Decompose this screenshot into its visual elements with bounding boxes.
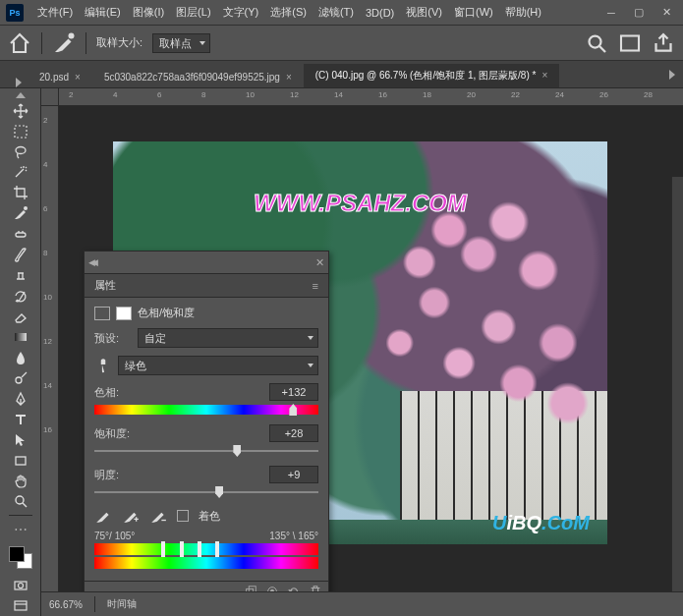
menu-filter[interactable]: 滤镜(T)	[313, 3, 360, 22]
channel-select[interactable]: 绿色	[118, 356, 318, 375]
tab-doc-3[interactable]: (C) 040.jpg @ 66.7% (色相/饱和度 1, 图层蒙版/8) *…	[304, 64, 560, 87]
menu-edit[interactable]: 编辑(E)	[79, 3, 127, 22]
svg-point-8	[16, 377, 22, 383]
hand-tool-icon[interactable]	[8, 472, 33, 491]
tab-doc-1[interactable]: 20.psd×	[28, 67, 92, 87]
blur-tool-icon[interactable]	[8, 348, 33, 367]
target-adjust-icon[interactable]	[94, 357, 112, 374]
lasso-tool-icon[interactable]	[8, 142, 33, 162]
panel-title: 属性	[94, 278, 116, 293]
tools-panel: ⋯	[0, 88, 41, 616]
move-tool-icon[interactable]	[8, 101, 33, 121]
tabs-overflow-icon[interactable]	[669, 70, 677, 80]
watermark-text: WWW.PSAHZ.COM	[254, 190, 467, 217]
edit-toolbar-icon[interactable]: ⋯	[8, 520, 33, 539]
home-icon[interactable]	[8, 31, 31, 55]
eyedropper-icon[interactable]	[94, 507, 112, 525]
svg-rect-3	[15, 126, 27, 138]
svg-point-0	[69, 32, 75, 38]
timeline-label[interactable]: 时间轴	[107, 597, 137, 611]
panel-close-icon[interactable]: ✕	[315, 256, 324, 269]
pen-tool-icon[interactable]	[8, 389, 33, 409]
mask-icon	[116, 307, 132, 320]
quick-mask-icon[interactable]	[8, 576, 33, 595]
watermark-text-2: UiBQ.CoM	[492, 512, 590, 534]
menu-window[interactable]: 窗口(W)	[448, 3, 499, 22]
color-range-strip-top[interactable]	[94, 543, 318, 555]
svg-point-4	[16, 146, 26, 153]
lightness-value[interactable]: +9	[269, 466, 318, 483]
saturation-slider[interactable]	[94, 446, 318, 456]
svg-rect-6	[16, 233, 26, 237]
ruler-horizontal: 2 4 6 8 10 12 14 16 18 20 22 24 26 28	[41, 88, 683, 106]
close-icon[interactable]: ×	[75, 72, 81, 83]
svg-point-5	[24, 206, 28, 210]
menu-help[interactable]: 帮助(H)	[499, 3, 547, 22]
eyedropper-tool-icon[interactable]	[8, 203, 33, 223]
svg-point-10	[16, 496, 24, 504]
svg-point-1	[590, 35, 601, 47]
eyedropper-tool-icon[interactable]	[52, 31, 76, 55]
healing-brush-tool-icon[interactable]	[8, 224, 33, 244]
close-icon[interactable]: ✕	[659, 6, 673, 20]
text-tool-icon[interactable]	[8, 410, 33, 429]
eyedropper-subtract-icon[interactable]	[149, 507, 167, 525]
menu-select[interactable]: 选择(S)	[264, 3, 313, 22]
share-icon[interactable]	[652, 31, 675, 55]
panel-collapse-icon[interactable]: ◀◀	[88, 257, 94, 267]
eyedropper-add-icon[interactable]	[122, 507, 140, 525]
document-tabs: 20.psd× 5c030a822c758aa3f6f09049ef99525.…	[0, 61, 683, 88]
rectangle-tool-icon[interactable]	[8, 451, 33, 471]
panel-menu-icon[interactable]: ≡	[313, 280, 318, 292]
svg-point-12	[18, 584, 23, 588]
adjustment-name: 色相/饱和度	[138, 306, 195, 320]
panel-collapsed-strip[interactable]	[671, 177, 683, 591]
svg-rect-2	[621, 35, 639, 50]
tools-collapse-icon[interactable]	[16, 92, 26, 98]
close-icon[interactable]: ×	[541, 70, 547, 81]
minimize-icon[interactable]: ─	[604, 6, 618, 20]
title-bar: Ps 文件(F) 编辑(E) 图像(I) 图层(L) 文字(Y) 选择(S) 滤…	[0, 0, 683, 26]
lightness-label: 明度:	[94, 468, 119, 482]
tab-doc-2[interactable]: 5c030a822c758aa3f6f09049ef99525.jpg×	[92, 67, 304, 87]
menu-type[interactable]: 文字(Y)	[217, 3, 265, 22]
tabs-expand-icon[interactable]	[16, 78, 24, 87]
menu-image[interactable]: 图像(I)	[127, 3, 170, 22]
sample-size-select[interactable]: 取样点	[152, 33, 210, 53]
dodge-tool-icon[interactable]	[8, 368, 33, 388]
saturation-value[interactable]: +28	[269, 424, 318, 442]
search-icon[interactable]	[585, 31, 608, 55]
maximize-icon[interactable]: ▢	[632, 6, 646, 20]
close-icon[interactable]: ×	[286, 72, 292, 83]
menu-3d[interactable]: 3D(D)	[360, 5, 400, 21]
gradient-tool-icon[interactable]	[8, 327, 33, 347]
menu-file[interactable]: 文件(F)	[31, 3, 79, 22]
zoom-tool-icon[interactable]	[8, 492, 33, 512]
lightness-slider[interactable]	[94, 487, 318, 497]
hue-slider[interactable]	[94, 405, 318, 415]
workspace-icon[interactable]	[618, 31, 642, 55]
colorize-checkbox[interactable]	[177, 510, 189, 522]
preset-select[interactable]: 自定	[138, 328, 318, 348]
svg-rect-7	[15, 333, 27, 341]
menu-view[interactable]: 视图(V)	[400, 3, 448, 22]
history-brush-tool-icon[interactable]	[8, 286, 33, 306]
svg-rect-13	[15, 601, 27, 610]
marquee-tool-icon[interactable]	[8, 122, 33, 141]
screen-mode-icon[interactable]	[8, 596, 33, 616]
magic-wand-tool-icon[interactable]	[8, 163, 33, 183]
color-swatch[interactable]	[9, 546, 32, 569]
path-selection-tool-icon[interactable]	[8, 430, 33, 450]
hue-value[interactable]: +132	[269, 383, 318, 401]
crop-tool-icon[interactable]	[8, 183, 33, 202]
clone-stamp-tool-icon[interactable]	[8, 265, 33, 285]
zoom-value[interactable]: 66.67%	[49, 599, 83, 610]
menu-layer[interactable]: 图层(L)	[170, 3, 216, 22]
eraser-tool-icon[interactable]	[8, 307, 33, 326]
color-range-strip-bottom	[94, 557, 318, 569]
hue-label: 色相:	[94, 385, 119, 400]
range-left: 75°/ 105°	[94, 531, 135, 541]
app-logo: Ps	[6, 4, 24, 22]
brush-tool-icon[interactable]	[8, 245, 33, 264]
ruler-vertical: 2 4 6 8 10 12 14 16	[41, 106, 59, 616]
